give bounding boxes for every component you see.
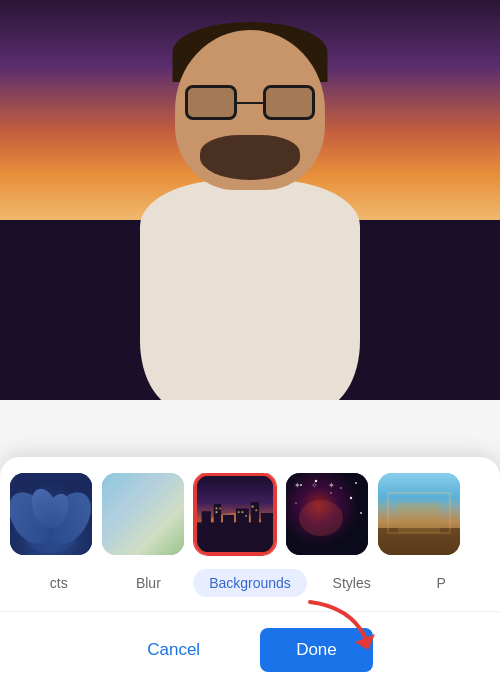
action-buttons: Cancel Done <box>0 612 500 692</box>
svg-point-1 <box>26 523 76 553</box>
tab-more[interactable]: P <box>396 569 486 597</box>
svg-rect-19 <box>219 508 221 510</box>
cancel-button[interactable]: Cancel <box>127 632 220 668</box>
arrow-annotation <box>300 592 380 652</box>
svg-rect-18 <box>216 508 218 510</box>
person-shape <box>120 30 380 400</box>
tab-backgrounds[interactable]: Backgrounds <box>193 569 307 597</box>
svg-rect-23 <box>245 515 247 517</box>
glass-bridge <box>237 102 263 104</box>
arrow-icon <box>300 592 380 652</box>
thumbnail-space[interactable] <box>286 473 368 555</box>
thumbnail-architecture[interactable] <box>378 473 460 555</box>
svg-point-3 <box>40 485 92 551</box>
svg-point-35 <box>299 500 343 536</box>
svg-rect-0 <box>10 473 92 555</box>
svg-rect-37 <box>378 528 460 555</box>
plants-icon <box>10 473 92 555</box>
person-overlay <box>0 0 500 400</box>
svg-point-34 <box>360 512 362 514</box>
person-glasses <box>185 85 315 120</box>
svg-rect-24 <box>252 506 254 508</box>
svg-point-27 <box>300 484 302 486</box>
svg-rect-25 <box>255 509 257 511</box>
svg-point-30 <box>355 482 357 484</box>
person-head <box>175 30 325 190</box>
svg-point-29 <box>340 487 342 489</box>
svg-point-28 <box>315 480 317 482</box>
svg-rect-13 <box>214 504 221 552</box>
svg-rect-38 <box>388 493 450 533</box>
svg-rect-16 <box>251 502 259 552</box>
svg-rect-22 <box>241 511 243 513</box>
svg-rect-36 <box>378 473 460 555</box>
svg-rect-4 <box>49 503 53 538</box>
video-preview <box>0 0 500 400</box>
svg-point-31 <box>295 502 297 504</box>
svg-rect-17 <box>261 513 273 552</box>
svg-point-32 <box>350 497 352 499</box>
svg-rect-20 <box>216 511 218 513</box>
svg-rect-14 <box>223 515 234 552</box>
blur-icon <box>102 473 184 555</box>
architecture-icon <box>378 473 460 555</box>
svg-rect-12 <box>202 511 211 552</box>
svg-rect-21 <box>238 511 240 513</box>
city-icon <box>197 476 273 552</box>
svg-rect-39 <box>398 503 440 533</box>
tab-blur[interactable]: Blur <box>104 569 194 597</box>
svg-point-5 <box>27 485 63 531</box>
person-beard <box>200 135 300 180</box>
svg-point-6 <box>41 491 72 532</box>
svg-rect-8 <box>102 473 184 555</box>
glass-right <box>263 85 315 120</box>
svg-point-2 <box>10 485 60 551</box>
svg-point-33 <box>330 492 332 494</box>
thumbnail-strip <box>0 473 500 569</box>
bottom-panel: cts Blur Backgrounds Styles P Cancel D <box>0 457 500 692</box>
thumbnail-city[interactable] <box>194 473 276 555</box>
thumbnail-plants[interactable] <box>10 473 92 555</box>
thumbnail-blur[interactable] <box>102 473 184 555</box>
glass-left <box>185 85 237 120</box>
tab-cts[interactable]: cts <box>14 569 104 597</box>
person-body <box>140 180 360 400</box>
nav-tabs: cts Blur Backgrounds Styles P <box>0 569 500 612</box>
space-icon <box>286 473 368 555</box>
